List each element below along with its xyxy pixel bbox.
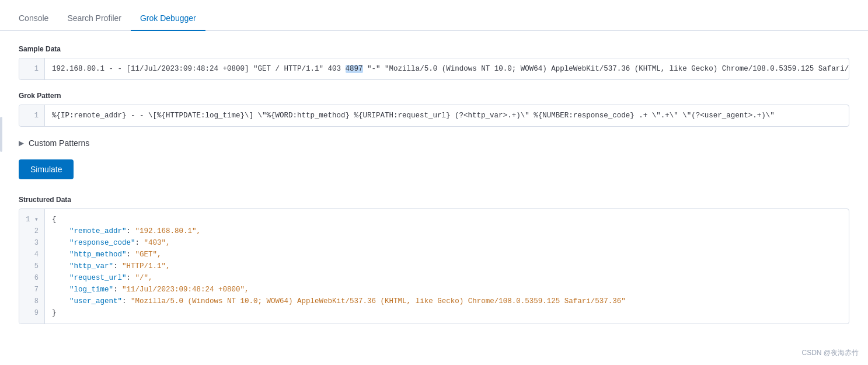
tab-grok-debugger[interactable]: Grok Debugger [131,6,205,31]
sample-data-panel[interactable]: 1 192.168.80.1 - - [11/Jul/2023:09:48:24… [19,58,849,80]
grok-pattern-line-numbers: 1 [19,105,45,126]
json-value: "192.168.80.1", [135,227,201,235]
json-key: "http_method" [52,251,127,259]
sample-data-text-after: "-" "Mozilla/5.0 (Windows NT 10.0; WOW64… [363,65,849,73]
json-key: "remote_addr" [52,227,127,235]
json-brace: } [52,309,57,317]
json-key: "log_time" [52,286,113,294]
sample-data-text-before: 192.168.80.1 - - [11/Jul/2023:09:48:24 +… [52,65,346,73]
sp-code-line: } [52,307,842,319]
grok-pattern-label: Grok Pattern [19,92,849,100]
json-value: "Mozilla/5.0 (Windows NT 10.0; WOW64) Ap… [131,297,626,305]
custom-patterns-label: Custom Patterns [29,138,89,148]
sp-line-num: 8 [19,296,44,307]
grok-pattern-line-num-1: 1 [19,110,44,121]
json-value: "/", [135,274,153,282]
chevron-right-icon: ▶ [19,139,24,147]
custom-patterns-row[interactable]: ▶ Custom Patterns [19,138,849,148]
structured-data-label: Structured Data [19,196,849,204]
sample-data-label: Sample Data [19,45,849,53]
main-content: Sample Data 1 192.168.80.1 - - [11/Jul/2… [0,31,868,338]
sp-line-num: 5 [19,260,44,272]
sample-data-highlight: 4897 [346,65,363,73]
sample-data-line-numbers: 1 [19,58,45,79]
sp-line-num: 2 [19,225,44,237]
sp-code-line: "response_code": "403", [52,237,842,249]
tab-search-profiler[interactable]: Search Profiler [58,6,131,31]
sp-code-line: "log_time": "11/Jul/2023:09:48:24 +0800"… [52,284,842,296]
json-key: "response_code" [52,239,135,247]
structured-data-panel: 1 ▾23456789 { "remote_addr": "192.168.80… [19,208,849,324]
sp-code-line: "http_var": "HTTP/1.1", [52,260,842,272]
left-scrollbar[interactable] [0,117,2,152]
sp-line-num: 9 [19,307,44,319]
tab-console[interactable]: Console [9,6,58,31]
json-brace: { [52,215,57,224]
simulate-button[interactable]: Simulate [19,159,74,179]
json-value: "GET", [135,251,162,259]
sp-code-line: { [52,214,842,225]
json-key: "request_url" [52,274,127,282]
sp-line-num: 1 ▾ [19,214,44,225]
grok-pattern-content[interactable]: %{IP:remote_addr} - - \[%{HTTPDATE:log_t… [45,105,849,126]
json-value: "403", [144,239,170,247]
grok-pattern-text: %{IP:remote_addr} - - \[%{HTTPDATE:log_t… [52,112,775,120]
json-key: "user_agent" [52,297,122,305]
json-value: "11/Jul/2023:09:48:24 +0800", [122,286,249,294]
structured-data-code: { "remote_addr": "192.168.80.1", "respon… [45,209,849,324]
sp-line-num: 3 [19,237,44,249]
sample-data-content[interactable]: 192.168.80.1 - - [11/Jul/2023:09:48:24 +… [45,58,849,79]
json-value: "HTTP/1.1", [122,262,170,270]
structured-data-section: Structured Data 1 ▾23456789 { "remote_ad… [19,196,849,324]
sample-data-line-num-1: 1 [19,63,44,75]
sp-line-num: 7 [19,284,44,296]
sp-code-line: "http_method": "GET", [52,249,842,260]
structured-data-line-numbers: 1 ▾23456789 [19,209,45,324]
sp-line-num: 4 [19,249,44,260]
sp-line-num: 6 [19,272,44,284]
sp-code-line: "remote_addr": "192.168.80.1", [52,225,842,237]
grok-pattern-panel[interactable]: 1 %{IP:remote_addr} - - \[%{HTTPDATE:log… [19,105,849,127]
sp-code-line: "user_agent": "Mozilla/5.0 (Windows NT 1… [52,296,842,307]
sp-code-line: "request_url": "/", [52,272,842,284]
json-key: "http_var" [52,262,113,270]
tab-bar: Console Search Profiler Grok Debugger [0,0,868,31]
